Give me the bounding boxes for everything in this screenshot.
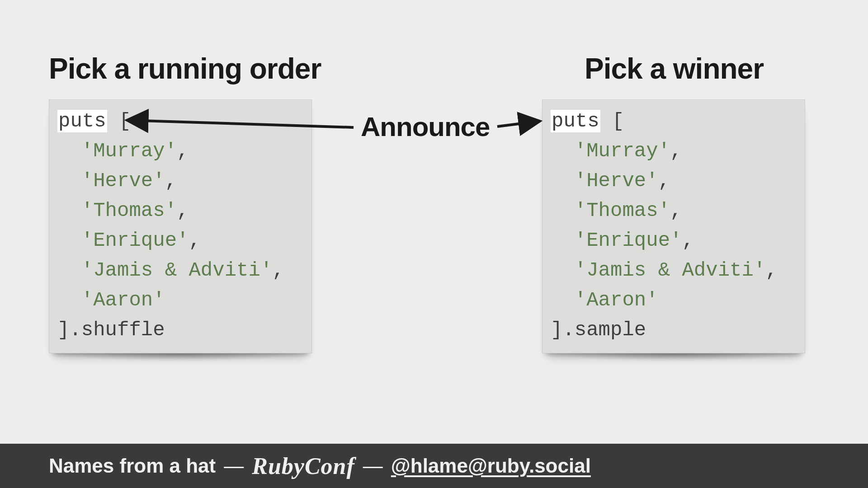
footer-title: Names from a hat xyxy=(49,455,216,477)
heading-left: Pick a running order xyxy=(49,52,321,85)
footer-event-logo: RubyConf xyxy=(252,453,355,479)
heading-right: Pick a winner xyxy=(585,52,764,85)
footer-handle[interactable]: @hlame@ruby.social xyxy=(391,455,591,477)
slide: Pick a running order Pick a winner puts … xyxy=(0,0,868,488)
footer-sep-2: — xyxy=(363,455,383,477)
code-block-right: puts [ 'Murray', 'Herve', 'Thomas', 'Enr… xyxy=(542,99,805,353)
code-left: puts [ 'Murray', 'Herve', 'Thomas', 'Enr… xyxy=(57,106,303,345)
footer: Names from a hat — RubyConf — @hlame@rub… xyxy=(0,444,868,488)
footer-sep-1: — xyxy=(224,455,244,477)
announce-label: Announce xyxy=(361,111,490,142)
code-block-left: puts [ 'Murray', 'Herve', 'Thomas', 'Enr… xyxy=(49,99,312,353)
svg-line-1 xyxy=(497,121,540,127)
code-right: puts [ 'Murray', 'Herve', 'Thomas', 'Enr… xyxy=(551,106,797,345)
